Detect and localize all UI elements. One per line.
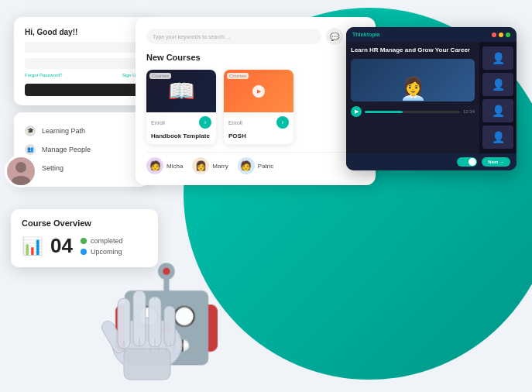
course-count: 04: [50, 234, 73, 258]
new-courses-title: New Courses: [146, 53, 365, 62]
video-presenter: 👩‍💼: [351, 59, 475, 101]
completed-label: completed: [91, 237, 123, 245]
video-footer: Next →: [346, 153, 517, 170]
video-content: Learn HR Manage and Grow Your Career 👩‍💼…: [346, 42, 479, 153]
svg-rect-6: [124, 349, 170, 380]
completed-dot: [81, 238, 87, 244]
upcoming-label: Upcoming: [91, 248, 122, 256]
message-icon-btn[interactable]: 💬: [326, 28, 343, 45]
courses-grid: Courses 📖 Enroll › Handbook Template Cou…: [146, 70, 365, 144]
course-name-posh: POSH: [224, 132, 293, 144]
search-bar[interactable]: Type your keywords to search ...: [146, 29, 321, 44]
video-main: Learn HR Manage and Grow Your Career 👩‍💼…: [346, 42, 517, 153]
video-title: Learn HR Manage and Grow Your Career: [351, 46, 475, 54]
stat-upcoming: Upcoming: [81, 248, 123, 256]
robot-hand: 🤖: [108, 260, 225, 369]
max-dot: [506, 33, 510, 37]
upcoming-dot: [81, 249, 87, 255]
panel-header: Type your keywords to search ... 💬 👤: [146, 28, 365, 45]
login-links: Forgot Password? Sign Up: [25, 73, 139, 77]
avatar: [5, 155, 37, 187]
enroll-btn-handbook[interactable]: ›: [199, 116, 211, 129]
svg-point-12: [12, 176, 30, 185]
play-button[interactable]: ▶: [351, 106, 362, 117]
search-placeholder: Type your keywords to search ...: [153, 34, 231, 40]
login-card: Hi, Good day!! Forgot Password? Sign Up: [14, 17, 149, 105]
enroll-text-posh: Enroll: [228, 120, 242, 126]
course-stats: completed Upcoming: [81, 237, 123, 256]
greeting-name: Good day!!: [37, 28, 78, 36]
username-field[interactable]: [25, 42, 139, 53]
video-progress: ▶ 12:34: [351, 106, 475, 117]
sidebar-item-manage-people[interactable]: 👥 Manage People: [25, 140, 139, 159]
name-patric: Patric: [258, 163, 273, 170]
name-marry: Marry: [212, 163, 228, 170]
course-name-handbook: Handbook Template: [146, 132, 216, 144]
forgot-password-link[interactable]: Forgot Password?: [25, 73, 63, 77]
svg-point-11: [15, 162, 26, 173]
name-micha: Micha: [166, 163, 183, 170]
user-micha[interactable]: 🧑 Micha: [146, 157, 183, 174]
thumb-mini-1[interactable]: 👤: [482, 46, 513, 70]
svg-rect-5: [164, 306, 175, 346]
video-header: Thinktopia: [346, 27, 517, 42]
play-btn-posh[interactable]: ▶: [252, 85, 265, 98]
enroll-text-handbook: Enroll: [151, 120, 165, 126]
courses-panel: Type your keywords to search ... 💬 👤 New…: [136, 17, 376, 185]
course-category-posh: Courses: [227, 73, 249, 79]
avatar-micha: 🧑: [146, 157, 163, 174]
user-marry[interactable]: 👩 Marry: [192, 157, 228, 174]
course-overview-icon: 📊: [22, 236, 43, 256]
avatar-patric: 🧑: [238, 157, 255, 174]
toggle-switch[interactable]: [457, 157, 477, 167]
presenter-figure: 👩‍💼: [400, 76, 427, 101]
video-controls-top: [492, 33, 510, 37]
thumb-mini-3[interactable]: 👤: [482, 99, 513, 122]
stat-completed: completed: [81, 237, 123, 245]
min-dot: [499, 33, 503, 37]
enroll-row-posh: Enroll ›: [224, 112, 293, 132]
sidebar-label-setting: Setting: [42, 164, 63, 172]
learning-path-icon: 🎓: [25, 126, 36, 136]
video-sidebar: 👤 👤 👤 👤: [479, 42, 517, 153]
avatar-svg: [7, 157, 35, 185]
manage-people-icon: 👥: [25, 144, 36, 155]
course-overview-title: Course Overview: [22, 218, 147, 228]
password-field[interactable]: [25, 58, 139, 69]
course-overview-card: Course Overview 📊 04 completed Upcoming: [11, 209, 158, 267]
sidebar-item-learning-path[interactable]: 🎓 Learning Path: [25, 122, 139, 140]
avatar-marry: 👩: [192, 157, 209, 174]
course-category-handbook: Courses: [149, 73, 171, 79]
video-time: 12:34: [463, 109, 475, 114]
enroll-row-handbook: Enroll ›: [146, 112, 216, 132]
toggle-knob: [469, 158, 476, 166]
course-card-handbook[interactable]: Courses 📖 Enroll › Handbook Template: [146, 70, 216, 144]
video-logo: Thinktopia: [352, 32, 379, 37]
close-dot: [492, 33, 496, 37]
course-overview-body: 📊 04 completed Upcoming: [22, 234, 147, 258]
progress-bar[interactable]: [365, 111, 460, 113]
users-row: 🧑 Micha 👩 Marry 🧑 Patric: [146, 152, 365, 174]
user-patric[interactable]: 🧑 Patric: [238, 157, 273, 174]
course-thumb-handbook: Courses 📖: [146, 70, 216, 112]
course-thumb-posh: Courses ▶: [224, 70, 293, 112]
login-greeting: Hi, Good day!!: [25, 28, 139, 36]
enroll-btn-posh[interactable]: ›: [276, 116, 289, 129]
video-panel: Thinktopia Learn HR Manage and Grow Your…: [346, 27, 517, 170]
sidebar-item-setting[interactable]: ⚙️ Setting: [25, 159, 139, 177]
sidebar-label-manage-people: Manage People: [42, 146, 91, 153]
sidebar-label-learning-path: Learning Path: [42, 127, 85, 135]
progress-fill: [365, 111, 403, 113]
svg-rect-3: [133, 291, 146, 346]
greeting-prefix: Hi,: [25, 28, 37, 36]
next-button[interactable]: Next →: [482, 157, 510, 167]
thumb-mini-2[interactable]: 👤: [482, 73, 513, 96]
login-button[interactable]: [25, 84, 139, 96]
thumb-mini-4[interactable]: 👤: [482, 126, 513, 149]
course-card-posh[interactable]: Courses ▶ Enroll › POSH: [224, 70, 293, 144]
